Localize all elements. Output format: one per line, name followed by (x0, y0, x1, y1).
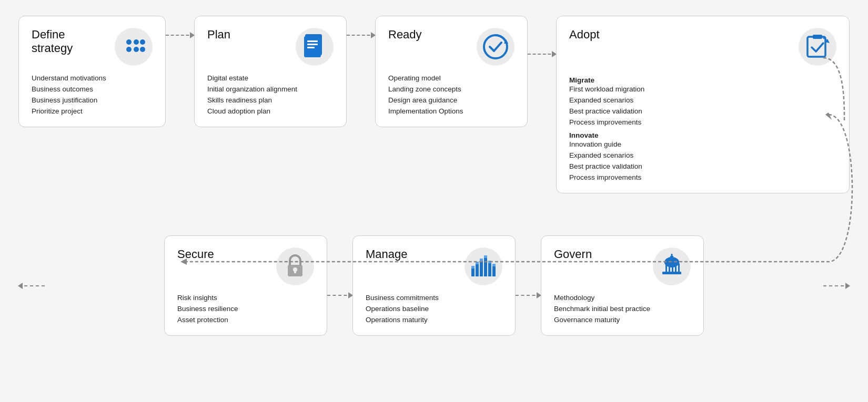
plan-card: Plan Digit (194, 16, 347, 127)
govern-icon-circle (653, 248, 691, 285)
ready-card: Ready Oper (375, 16, 528, 127)
manage-icon-circle (465, 248, 502, 285)
manage-card: Manage (352, 235, 516, 336)
secure-item-2: Business resilience (177, 305, 314, 313)
svg-rect-34 (669, 263, 670, 273)
secure-icon-circle (276, 248, 314, 285)
grid-dots-icon (122, 35, 146, 59)
define-item-2: Business outcomes (32, 85, 153, 93)
svg-rect-21 (480, 261, 483, 276)
ready-item-4: Implementation Options (388, 107, 514, 115)
ready-item-1: Operating model (388, 74, 514, 82)
adopt-title: Adopt (569, 28, 600, 42)
manage-title: Manage (366, 248, 408, 261)
svg-rect-24 (492, 266, 496, 276)
plan-item-3: Skills readiness plan (207, 96, 334, 104)
svg-rect-19 (471, 268, 475, 276)
bottom-right-connector (823, 285, 850, 286)
svg-rect-32 (664, 261, 679, 263)
innovate-item-2: Expanded scenarios (569, 151, 836, 159)
svg-rect-33 (665, 263, 667, 273)
svg-rect-35 (672, 263, 673, 273)
svg-rect-27 (480, 259, 483, 261)
define-strategy-header: Define strategy (32, 28, 153, 66)
svg-rect-22 (484, 257, 487, 276)
svg-rect-10 (307, 47, 315, 48)
svg-rect-9 (307, 44, 318, 45)
secure-item-3: Asset protection (177, 316, 314, 324)
secure-header: Secure (177, 248, 314, 285)
innovate-item-4: Process improvements (569, 173, 836, 181)
adopt-icon-circle (799, 28, 836, 66)
plan-title: Plan (207, 28, 230, 42)
adopt-card: Adopt Migr (556, 16, 850, 193)
lock-icon (284, 253, 307, 280)
manage-items: Business commitments Operations baseline… (366, 294, 502, 324)
bottom-connector-manage-govern (516, 254, 541, 336)
diagram-wrapper: Define strategy (18, 16, 850, 336)
govern-items: Methodology Benchmark initial best pract… (554, 294, 691, 324)
svg-rect-40 (671, 254, 673, 256)
manage-header: Manage (366, 248, 502, 285)
ready-header: Ready (388, 28, 514, 66)
plan-icon-circle (296, 28, 334, 66)
secure-items: Risk insights Business resilience Asset … (177, 294, 314, 324)
bottom-section: Secure Risk insights Business resilience (18, 235, 850, 336)
govern-card: Govern (541, 235, 704, 336)
capitol-icon (658, 253, 685, 280)
svg-rect-23 (488, 263, 491, 276)
bar-chart-icon (470, 253, 497, 280)
svg-rect-38 (662, 272, 681, 274)
manage-item-2: Operations baseline (366, 305, 502, 313)
migrate-items: First workload migration Expanded scenar… (569, 85, 836, 126)
ready-title: Ready (388, 28, 422, 42)
ready-item-2: Landing zone concepts (388, 85, 514, 93)
svg-point-2 (126, 47, 132, 52)
define-strategy-card: Define strategy (18, 16, 166, 127)
svg-rect-20 (476, 264, 479, 276)
migrate-item-4: Process improvements (569, 118, 836, 126)
svg-point-5 (140, 47, 145, 52)
bottom-left-connector (18, 285, 45, 286)
svg-rect-37 (678, 263, 680, 273)
adopt-items: Migrate First workload migration Expande… (569, 74, 836, 181)
innovate-title: Innovate (569, 131, 836, 139)
secure-title: Secure (177, 248, 214, 261)
innovate-item-1: Innovation guide (569, 140, 836, 148)
govern-header: Govern (554, 248, 691, 285)
top-section: Define strategy (18, 16, 850, 193)
define-item-4: Prioritize project (32, 107, 153, 115)
plan-header: Plan (207, 28, 334, 66)
svg-rect-18 (294, 270, 296, 273)
govern-item-1: Methodology (554, 294, 691, 302)
connector-define-plan (166, 35, 194, 36)
define-strategy-items: Understand motivations Business outcomes… (32, 74, 153, 115)
svg-point-1 (134, 39, 139, 45)
svg-rect-8 (307, 40, 318, 42)
secure-item-1: Risk insights (177, 294, 314, 302)
plan-item-4: Cloud adoption plan (207, 107, 334, 115)
define-item-3: Business justification (32, 96, 153, 104)
bottom-row: Secure Risk insights Business resilience (18, 235, 850, 336)
adopt-header: Adopt (569, 28, 836, 66)
connector-ready-adopt (528, 35, 556, 55)
ready-icon-circle (477, 28, 514, 66)
svg-rect-26 (476, 262, 479, 264)
svg-rect-30 (492, 264, 496, 266)
manage-item-3: Operations maturity (366, 316, 502, 324)
govern-item-2: Benchmark initial best practice (554, 305, 691, 313)
svg-point-3 (134, 47, 139, 52)
define-strategy-title: Define strategy (32, 28, 73, 56)
govern-title: Govern (554, 248, 592, 261)
connector-plan-ready (347, 35, 375, 36)
migrate-item-2: Expanded scenarios (569, 96, 836, 104)
adopt-icon (804, 34, 831, 60)
secure-card: Secure Risk insights Business resilience (164, 235, 327, 336)
plan-item-1: Digital estate (207, 74, 334, 82)
checkmark-circle-icon (482, 33, 509, 60)
bottom-connector-secure-manage (327, 254, 352, 336)
manage-item-1: Business commitments (366, 294, 502, 302)
define-item-1: Understand motivations (32, 74, 153, 82)
spacer-connector (18, 209, 850, 220)
svg-point-4 (140, 39, 145, 45)
